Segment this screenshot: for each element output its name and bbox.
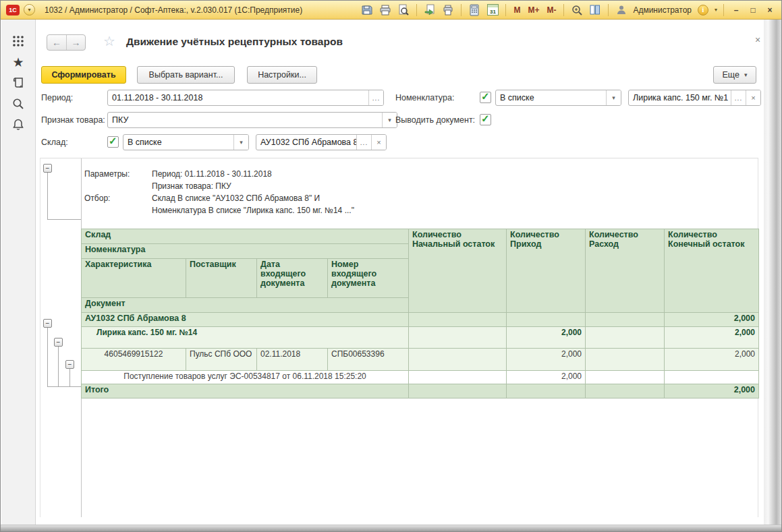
incoming-number-cell[interactable]: СПБ00653396 [328,349,409,371]
forward-button[interactable]: → [66,35,85,50]
warehouse-group-cell[interactable]: АУ1032 СПб Абрамова 8 [82,313,409,327]
report-cell-qty-closing[interactable]: 2,000 [665,327,759,349]
warehouse-picker-button[interactable]: ... [356,135,371,150]
report-cell-qty-closing[interactable]: 2,000 [665,313,759,327]
minimize-button[interactable]: – [730,5,742,15]
sections-menu-icon[interactable] [7,32,30,51]
report-cell[interactable] [409,349,507,371]
more-button[interactable]: Еще ▾ [713,66,756,84]
table-row: Поступление товаров услуг ЭС-00534817 от… [82,371,759,384]
report-cell[interactable] [409,327,507,349]
header-qty-income[interactable]: Количество Приход [507,229,586,313]
tree-line [47,386,81,387]
report-cell[interactable] [586,371,665,384]
form-close-icon[interactable]: × [755,34,760,45]
generate-button[interactable]: Сформировать [41,66,126,84]
report-cell[interactable] [409,384,507,398]
calendar-icon[interactable]: 31 [486,3,499,17]
header-qty-opening[interactable]: Количество Начальный остаток [409,229,507,313]
group-collapse-toggle-1[interactable]: − [43,319,52,328]
report-cell[interactable] [409,371,507,384]
document-cell[interactable]: Поступление товаров услуг ЭС-00534817 от… [82,371,409,384]
favorites-icon[interactable]: ★ [7,53,30,71]
back-button[interactable]: ← [47,35,66,50]
period-picker-button[interactable]: ... [368,90,383,105]
warehouse-value-input[interactable]: АУ1032 СПб Абрамова 8 ... × [256,134,387,150]
info-caret-icon[interactable]: ▾ [715,7,717,13]
nomenclature-value-input[interactable]: Лирика капс. 150 мг. №1 ... × [628,90,761,106]
header-nomenclature[interactable]: Номенклатура [82,244,409,259]
warehouse-condition-select[interactable]: В списке ▾ [123,134,249,150]
chevron-down-icon[interactable]: ▾ [606,90,621,105]
memory-add-button[interactable]: M+ [526,5,540,15]
maximize-button[interactable]: □ [747,5,759,15]
report-cell[interactable] [409,313,507,327]
search-icon[interactable] [7,94,30,113]
zoom-icon[interactable] [570,3,584,17]
period-input[interactable]: 01.11.2018 - 30.11.2018 ... [107,90,384,106]
nomenclature-clear-button[interactable]: × [746,90,760,105]
nomenclature-value[interactable]: Лирика капс. 150 мг. №1 [629,90,731,105]
memory-recall-button[interactable]: M [512,5,522,15]
header-supplier[interactable]: Поставщик [186,259,257,298]
report-cell[interactable] [586,327,665,349]
calculator-icon[interactable] [468,3,481,17]
chevron-down-icon[interactable]: ▾ [233,135,248,150]
close-button[interactable]: × [764,5,776,15]
nomenclature-group-cell[interactable]: Лирика капс. 150 мг. №14 [82,327,409,349]
report-cell[interactable] [507,313,586,327]
report-cell[interactable] [665,371,759,384]
report-cell-qty-income[interactable]: 2,000 [507,327,586,349]
settings-button[interactable]: Настройки... [247,66,317,84]
header-document[interactable]: Документ [82,298,409,313]
group-collapse-toggle-2[interactable]: − [54,338,63,347]
product-kind-value[interactable]: ПКУ [108,113,382,127]
chevron-down-icon[interactable]: ▾ [382,113,397,127]
nomenclature-condition-value[interactable]: В списке [496,90,606,105]
current-user-label[interactable]: Администратор [633,5,692,15]
nomenclature-picker-button[interactable]: ... [731,90,746,105]
total-cell[interactable]: Итого [82,384,409,398]
nomenclature-condition-select[interactable]: В списке ▾ [495,90,621,106]
history-icon[interactable] [7,73,30,92]
memory-subtract-button[interactable]: M- [545,5,557,15]
report-cell[interactable] [586,349,665,371]
supplier-cell[interactable]: Пульс СПб ООО [186,349,257,371]
product-kind-select[interactable]: ПКУ ▾ [107,112,397,128]
warehouse-condition-value[interactable]: В списке [123,135,233,150]
print-preview-icon[interactable] [397,3,410,17]
info-icon[interactable]: i [696,3,710,17]
group-collapse-toggle-3[interactable]: − [65,360,74,369]
report-cell[interactable] [507,384,586,398]
favorite-toggle-icon[interactable]: ☆ [103,33,115,49]
report-cell-qty-closing[interactable]: 2,000 [665,384,759,398]
incoming-date-cell[interactable]: 02.11.2018 [257,349,328,371]
period-value[interactable]: 01.11.2018 - 30.11.2018 [108,90,368,105]
split-view-icon[interactable] [588,3,602,17]
show-document-checkbox[interactable]: ✓ [480,114,491,125]
load-file-icon[interactable] [423,3,437,17]
nomenclature-checkbox[interactable]: ✓ [480,92,491,103]
header-warehouse[interactable]: Склад [82,229,409,244]
warehouse-value[interactable]: АУ1032 СПб Абрамова 8 [256,135,356,150]
print-document-icon[interactable] [441,3,455,17]
header-incoming-date[interactable]: Дата входящего документа [257,259,328,298]
header-qty-expense[interactable]: Количество Расход [586,229,665,313]
save-icon[interactable] [360,3,374,17]
characteristic-cell[interactable]: 4605469915122 [82,349,186,371]
params-collapse-toggle[interactable]: − [43,164,52,173]
choose-variant-button[interactable]: Выбрать вариант... [137,66,235,84]
notifications-bell-icon[interactable] [7,115,30,134]
header-incoming-number[interactable]: Номер входящего документа [328,259,409,298]
print-icon[interactable] [379,3,392,17]
report-cell[interactable] [586,384,665,398]
header-qty-closing[interactable]: Количество Конечный остаток [665,229,759,313]
system-menu-button[interactable]: ▾ [24,4,35,16]
report-cell-qty-closing[interactable]: 2,000 [665,349,759,371]
warehouse-checkbox[interactable]: ✓ [107,136,119,148]
report-cell-qty-income[interactable]: 2,000 [507,349,586,371]
report-cell-qty-income[interactable]: 2,000 [507,371,586,384]
warehouse-clear-button[interactable]: × [371,135,386,150]
report-cell[interactable] [586,313,665,327]
header-characteristic[interactable]: Характеристика [82,259,186,298]
